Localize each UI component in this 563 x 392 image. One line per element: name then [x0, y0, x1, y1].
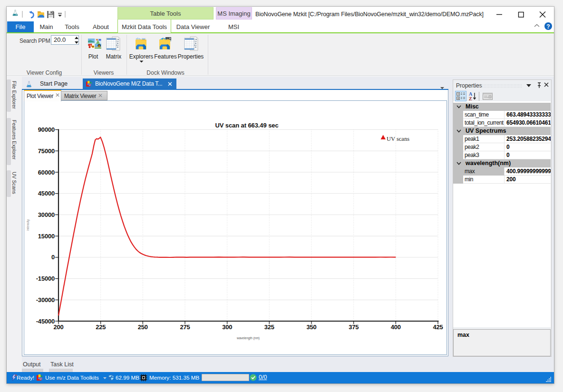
svg-text:wavelength (nm): wavelength (nm) — [236, 336, 260, 340]
svg-text:-45000: -45000 — [36, 318, 55, 325]
svg-text:Z: Z — [469, 96, 472, 101]
svg-text:90000: 90000 — [38, 126, 55, 133]
svg-text:15000: 15000 — [38, 233, 55, 240]
svg-text:-30000: -30000 — [36, 296, 55, 304]
svg-text:30000: 30000 — [38, 211, 55, 218]
svg-text:UV scans: UV scans — [387, 136, 409, 142]
svg-text:350: 350 — [306, 323, 316, 331]
svg-text:intensity: intensity — [26, 219, 30, 231]
svg-text:75000: 75000 — [38, 147, 55, 155]
svg-text:275: 275 — [180, 323, 190, 331]
svg-text:0: 0 — [51, 254, 55, 261]
svg-text:300: 300 — [222, 323, 232, 331]
svg-text:200: 200 — [53, 323, 63, 331]
svg-text:425: 425 — [433, 323, 443, 331]
svg-text:325: 325 — [264, 323, 274, 331]
svg-text:225: 225 — [96, 323, 106, 331]
svg-text:250: 250 — [138, 323, 148, 331]
svg-text:45000: 45000 — [38, 190, 55, 197]
svg-text:375: 375 — [349, 323, 359, 331]
svg-text:-15000: -15000 — [36, 275, 55, 282]
svg-text:60000: 60000 — [38, 169, 55, 176]
svg-text:400: 400 — [391, 323, 401, 331]
svg-text:UV scan at 663.49 sec: UV scan at 663.49 sec — [215, 122, 278, 129]
